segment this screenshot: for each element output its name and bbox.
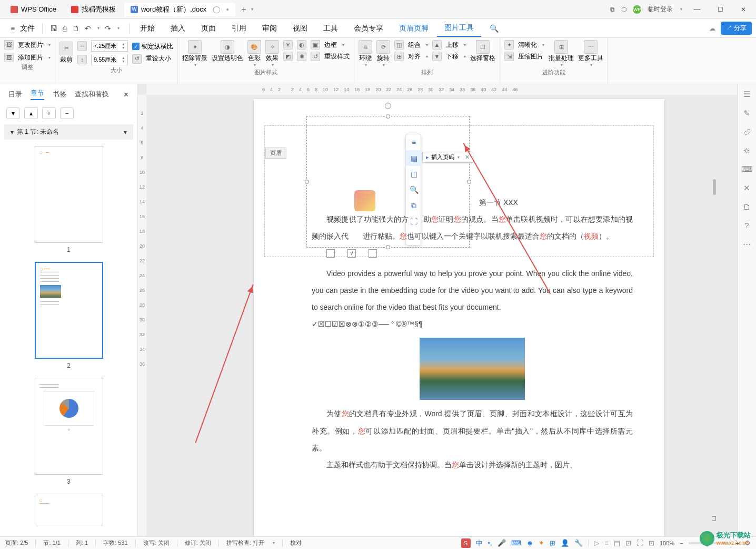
view-read-icon[interactable]: ▷	[594, 539, 599, 547]
add-pic-icon[interactable]: 🖼	[4, 53, 14, 62]
shadow-icon[interactable]: ◩	[283, 52, 293, 61]
width-input[interactable]: 7.25厘米▲▼	[91, 40, 128, 52]
ime-gift-icon[interactable]: ✦	[539, 539, 544, 547]
app-tab[interactable]: WPS Office	[4, 3, 63, 15]
compress-icon[interactable]: ⇲	[504, 52, 514, 61]
save-icon[interactable]: 🖫	[50, 24, 57, 33]
change-pic-icon[interactable]: 🖼	[4, 40, 14, 50]
share-button[interactable]: ↗ 分享	[721, 22, 752, 35]
effect-label[interactable]: 效果	[266, 54, 278, 63]
document-tab[interactable]: Wword教程（新）.docx◯●	[124, 3, 235, 16]
status-spell[interactable]: 拼写检查: 打开	[226, 539, 264, 547]
login-label[interactable]: 临时登录	[648, 5, 673, 14]
group-label[interactable]: 组合	[408, 41, 421, 50]
section-header[interactable]: ▾第 1 节: 未命名▾	[4, 124, 133, 140]
lock-ratio-checkbox[interactable]: ✓锁定纵横比	[132, 42, 173, 51]
ime-punct-icon[interactable]: •,	[488, 539, 492, 547]
scrollbar-thumb[interactable]	[713, 179, 716, 195]
ruler-horizontal[interactable]: 6422468101214161820222426283032343638404…	[146, 84, 737, 95]
status-section[interactable]: 节: 1/1	[43, 539, 60, 547]
rail-settings-icon[interactable]: ⛭	[743, 146, 751, 155]
status-proof[interactable]: 校对	[290, 539, 302, 547]
reset-style-icon[interactable]: ↺	[311, 52, 320, 61]
menu-insert[interactable]: 插入	[163, 21, 193, 36]
change-pic-label[interactable]: 更改图片	[18, 41, 43, 50]
layout-icon[interactable]: ⧉	[610, 6, 615, 13]
insert-pagenum-popup[interactable]: ▸插入页码▾✕	[422, 152, 473, 163]
menu-page[interactable]: 页面	[194, 21, 223, 36]
undo-icon[interactable]: ↶	[85, 24, 91, 33]
brightness-icon[interactable]: ☀	[283, 40, 293, 50]
thumb-page-1[interactable]: ◯ ━━	[35, 146, 103, 243]
crop-label[interactable]: 裁剪	[60, 55, 73, 64]
cloud-icon[interactable]: ☁	[709, 25, 715, 32]
down-icon[interactable]: ▼	[432, 52, 442, 61]
sel-pane-icon[interactable]: ☐	[476, 40, 490, 54]
menu-hamburger-icon[interactable]: ≡	[11, 24, 15, 33]
height-input[interactable]: 9.55厘米▲▼	[91, 54, 128, 65]
nav-close-button[interactable]: ✕	[123, 91, 129, 99]
batch-label[interactable]: 批量处理	[549, 54, 574, 63]
ft-layout-icon[interactable]: ≡	[406, 134, 422, 150]
reset-size-label[interactable]: 重设大小	[146, 54, 171, 63]
compress-label[interactable]: 压缩图片	[518, 52, 543, 61]
menu-picture-tool[interactable]: 图片工具	[437, 20, 481, 37]
rail-chat-icon[interactable]: ⌨	[741, 164, 753, 174]
color-label[interactable]: 色彩	[248, 54, 261, 63]
border-icon[interactable]: ▣	[311, 40, 320, 50]
template-tab[interactable]: 找稻壳模板	[65, 3, 122, 16]
checkbox-3[interactable]	[369, 249, 377, 258]
view-print-icon[interactable]: ≡	[604, 539, 609, 547]
avatar-icon[interactable]: WP	[633, 5, 641, 14]
menu-start[interactable]: 开始	[133, 21, 162, 36]
batch-icon[interactable]: ⊞	[554, 40, 568, 54]
wrap-label[interactable]: 环绕	[359, 54, 372, 63]
status-col[interactable]: 列: 1	[76, 539, 88, 547]
rotate-handle[interactable]	[385, 103, 391, 109]
remove-bg-icon[interactable]: ✦	[188, 40, 202, 54]
wrap-icon[interactable]: ≋	[359, 40, 372, 54]
down-label[interactable]: 下移	[446, 52, 459, 61]
rail-help-icon[interactable]: ?	[744, 221, 749, 230]
status-page[interactable]: 页面: 2/5	[5, 539, 28, 547]
zoom-value[interactable]: 100%	[660, 540, 674, 546]
ft-crop-icon[interactable]: ◫	[406, 166, 422, 182]
rail-cursor-icon[interactable]: ⮰	[743, 128, 751, 136]
align-icon[interactable]: ⊞	[394, 52, 404, 61]
nav-tab-bookmark[interactable]: 书签	[53, 90, 66, 99]
rail-tools-icon[interactable]: ✕	[743, 183, 750, 193]
menu-tool[interactable]: 工具	[316, 21, 345, 36]
border-label[interactable]: 边框	[324, 41, 337, 50]
scroll-marker-icon[interactable]	[712, 516, 716, 521]
thumb-page-3[interactable]: ━━━━━━━━━━━━━━━━━━━━━━━━⊙	[35, 378, 103, 475]
nav-remove-button[interactable]: −	[60, 107, 74, 119]
status-track[interactable]: 修订: 关闭	[185, 539, 211, 547]
view-fit-icon[interactable]: ⊡	[649, 539, 654, 547]
maximize-button[interactable]: ☐	[712, 2, 729, 17]
clear-icon[interactable]: ✦	[504, 40, 514, 50]
ime-smile-icon[interactable]: ☻	[526, 539, 534, 547]
ime-lang-icon[interactable]: 中	[476, 538, 483, 548]
up-icon[interactable]: ▲	[432, 40, 442, 50]
nav-collapse-button[interactable]: ▾	[6, 107, 20, 119]
crop-icon[interactable]: ✂	[59, 42, 73, 55]
menu-headerfooter[interactable]: 页眉页脚	[392, 21, 436, 36]
reset-style-label[interactable]: 重设样式	[324, 52, 350, 61]
tab-dropdown-icon[interactable]: ▾	[251, 7, 253, 12]
ft-wrap-icon[interactable]: ▤	[406, 150, 422, 166]
nav-tab-find[interactable]: 查找和替换	[75, 90, 109, 99]
align-label[interactable]: 对齐	[408, 52, 421, 61]
rail-doc-icon[interactable]: 🗋	[743, 202, 751, 211]
rail-hamburger-icon[interactable]: ☰	[743, 90, 750, 99]
thumb-page-4[interactable]: ◯━━━━━━	[35, 494, 103, 525]
clear-label[interactable]: 清晰化	[518, 41, 537, 50]
pagenum-close-icon[interactable]: ✕	[465, 154, 470, 161]
reset-size-icon[interactable]: ↺	[132, 54, 142, 64]
view-fullscreen-icon[interactable]: ⛶	[636, 539, 643, 547]
rail-pen-icon[interactable]: ✎	[743, 109, 750, 118]
menu-search[interactable]: 🔍	[482, 21, 506, 36]
add-pic-label[interactable]: 添加图片	[18, 53, 43, 62]
up-label[interactable]: 上移	[446, 41, 459, 50]
transparent-icon[interactable]: ◑	[221, 40, 234, 54]
thumb-page-2[interactable]: ◯ ━━━━━━━━━━━━━━━━━━━━━━━━━━━━━━━━━━━━━━…	[35, 262, 103, 359]
